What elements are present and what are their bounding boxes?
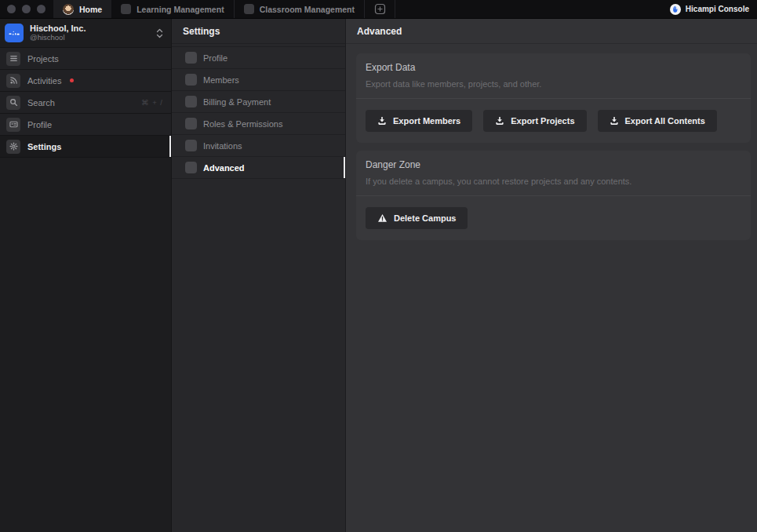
projects-list-icon <box>6 52 20 66</box>
export-all-contents-button[interactable]: Export All Contents <box>598 110 717 132</box>
search-shortcut-hint: ⌘ + / <box>141 98 163 107</box>
id-card-icon <box>6 118 20 132</box>
settings-nav-item-invitations[interactable]: Invitations <box>172 135 345 157</box>
danger-zone-section: Danger Zone If you delete a campus, you … <box>356 151 751 240</box>
section-description: Export data like members, projects, and … <box>366 79 741 89</box>
placeholder-square-icon <box>244 4 254 14</box>
section-head: Danger Zone If you delete a campus, you … <box>356 151 751 195</box>
app-body: Hischool, Inc. @hischool <box>0 19 757 532</box>
topbar-spacer <box>395 0 662 18</box>
sidebar-item-profile[interactable]: Profile <box>0 114 171 136</box>
tab-learning-management[interactable]: Learning Management <box>111 0 234 18</box>
download-icon <box>495 116 504 126</box>
tab-classroom-management[interactable]: Classroom Management <box>235 0 365 18</box>
export-data-section: Export Data Export data like members, pr… <box>356 53 751 143</box>
section-actions: Delete Campus <box>356 196 751 240</box>
tab-label: Learning Management <box>136 5 224 14</box>
section-head: Export Data Export data like members, pr… <box>356 53 751 98</box>
section-actions: Export Members Export Projects <box>356 99 751 143</box>
placeholder-square-icon <box>185 52 197 64</box>
new-tab-button[interactable] <box>365 0 395 18</box>
activities-unread-badge <box>70 78 74 82</box>
tab-home[interactable]: Home <box>53 0 111 18</box>
sidebar-item-label: Profile <box>27 120 52 129</box>
settings-nav-label: Billing & Payment <box>203 97 271 107</box>
hand-icon <box>670 4 681 15</box>
button-label: Export Members <box>393 116 460 126</box>
settings-nav-item-advanced[interactable]: Advanced <box>172 157 345 179</box>
section-title: Danger Zone <box>366 159 741 170</box>
settings-nav-label: Advanced <box>203 163 245 173</box>
section-description: If you delete a campus, you cannot resto… <box>366 177 741 186</box>
settings-nav-label: Members <box>203 75 239 85</box>
sidebar-item-projects[interactable]: Projects <box>0 48 171 70</box>
window-control-dot[interactable] <box>7 5 16 13</box>
main-panel: Advanced Export Data Export data like me… <box>346 19 757 532</box>
plus-square-icon <box>374 3 386 15</box>
org-avatar <box>5 24 24 42</box>
settings-nav-item-billing-payment[interactable]: Billing & Payment <box>172 91 345 113</box>
org-handle: @hischool <box>30 34 150 42</box>
placeholder-square-icon <box>185 74 197 86</box>
tab-label: Classroom Management <box>260 5 355 14</box>
settings-nav-label: Invitations <box>203 141 242 151</box>
org-name: Hischool, Inc. <box>30 24 150 34</box>
org-switcher[interactable]: Hischool, Inc. @hischool <box>0 19 171 47</box>
placeholder-square-icon <box>185 140 197 151</box>
button-label: Delete Campus <box>394 213 456 223</box>
page-title: Advanced <box>346 19 757 44</box>
export-members-button[interactable]: Export Members <box>366 110 472 132</box>
sidebar-nav: Projects Activities <box>0 47 171 158</box>
settings-nav-item-profile[interactable]: Profile <box>172 47 345 69</box>
placeholder-square-icon <box>121 4 131 14</box>
active-indicator-bar <box>344 157 345 178</box>
placeholder-square-icon <box>185 96 197 107</box>
org-select-chevrons-icon <box>156 28 165 38</box>
settings-nav-item-members[interactable]: Members <box>172 69 345 91</box>
delete-campus-button[interactable]: Delete Campus <box>366 207 468 229</box>
placeholder-square-icon <box>185 162 197 173</box>
settings-nav-list: Profile Members Billing & Payment Roles … <box>172 46 345 179</box>
download-icon <box>610 116 619 126</box>
warning-icon <box>377 213 388 223</box>
app-window: Home Learning Management Classroom Manag… <box>0 0 757 532</box>
section-title: Export Data <box>366 62 741 73</box>
settings-nav-title: Settings <box>172 19 345 44</box>
download-icon <box>377 116 387 126</box>
settings-nav-label: Profile <box>203 53 227 63</box>
button-label: Export All Contents <box>625 116 705 126</box>
main-content: Export Data Export data like members, pr… <box>346 44 757 248</box>
org-sidebar: Hischool, Inc. @hischool <box>0 19 172 532</box>
settings-nav-panel: Settings Profile Members Billing & Payme… <box>172 19 346 532</box>
active-indicator-bar <box>169 136 171 157</box>
sidebar-item-label: Projects <box>27 54 59 64</box>
export-projects-button[interactable]: Export Projects <box>483 110 586 132</box>
top-bar: Home Learning Management Classroom Manag… <box>0 0 757 19</box>
sidebar-item-activities[interactable]: Activities <box>0 70 171 92</box>
sidebar-item-label: Search <box>27 98 55 107</box>
window-controls <box>0 0 53 18</box>
placeholder-square-icon <box>185 118 197 129</box>
settings-nav-label: Roles & Permissions <box>203 119 282 129</box>
search-icon <box>6 96 20 110</box>
sidebar-item-search[interactable]: Search ⌘ + / <box>0 92 171 114</box>
user-photo-avatar <box>63 4 74 15</box>
gear-icon <box>6 140 20 154</box>
console-label: Hicampi Console <box>686 5 749 13</box>
sidebar-item-label: Activities <box>27 76 61 86</box>
sidebar-item-label: Settings <box>27 142 61 151</box>
org-names: Hischool, Inc. @hischool <box>30 24 150 42</box>
window-control-dot[interactable] <box>22 5 31 13</box>
tab-label: Home <box>79 5 102 14</box>
button-label: Export Projects <box>511 116 574 126</box>
settings-nav-item-roles-permissions[interactable]: Roles & Permissions <box>172 113 345 135</box>
hicampi-console-button[interactable]: Hicampi Console <box>662 0 757 18</box>
window-control-dot[interactable] <box>37 5 45 13</box>
rss-icon <box>6 74 20 88</box>
sidebar-item-settings[interactable]: Settings <box>0 136 171 158</box>
